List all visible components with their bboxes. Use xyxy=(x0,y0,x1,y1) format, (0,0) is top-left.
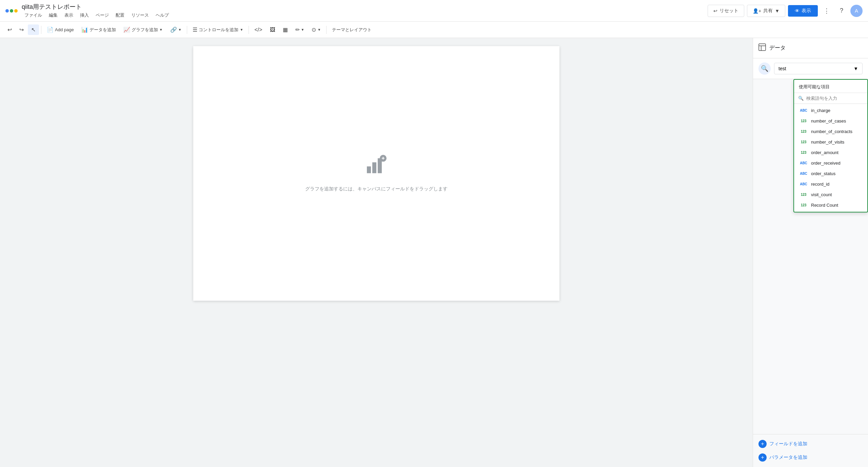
menu-resources[interactable]: リソース xyxy=(129,12,152,19)
menu-insert[interactable]: 挿入 xyxy=(77,12,92,19)
chart-instruction: グラフを追加するには、キャンバスにフィールドをドラッグします xyxy=(300,141,453,206)
field-item-order-amount[interactable]: 123 order_amount xyxy=(794,147,867,158)
svg-rect-0 xyxy=(367,166,371,173)
menu-edit[interactable]: 編集 xyxy=(46,12,60,19)
add-chart-button[interactable]: 📈 グラフを追加 ▼ xyxy=(120,24,166,35)
canvas-placeholder: グラフを追加するには、キャンバスにフィールドをドラッグします xyxy=(300,141,453,206)
add-field-button[interactable]: + フィールドを追加 xyxy=(758,438,863,449)
field-item-order-received[interactable]: ABC order_received xyxy=(794,158,867,168)
popup-search: 🔍 xyxy=(794,93,867,104)
share-button[interactable]: 👤+ 共有 ▼ xyxy=(747,5,785,17)
field-item-number-contracts[interactable]: 123 number_of_contracts xyxy=(794,126,867,137)
field-name-9: Record Count xyxy=(811,203,838,208)
main-content: グラフを追加するには、キャンバスにフィールドをドラッグします データ 🔍 xyxy=(0,38,868,467)
right-panel: データ 🔍 test ▼ 使用可能な項目 🔍 xyxy=(753,38,868,467)
panel-title: データ xyxy=(769,44,786,52)
select-tool-button[interactable]: ↖ xyxy=(28,24,39,35)
theme-label: テーマとレイアウト xyxy=(332,27,372,33)
field-type-abc-7: ABC xyxy=(799,182,808,186)
image-button[interactable]: 🖼 xyxy=(267,25,279,35)
reset-label: リセット xyxy=(719,8,738,14)
shape-icon: ✏ xyxy=(295,26,300,33)
more-shapes-icon: ⊙ xyxy=(312,26,316,33)
reset-button[interactable]: ↩ リセット xyxy=(708,5,744,17)
top-bar: qiita用テストレポート ファイル 編集 表示 挿入 ページ 配置 リソース … xyxy=(0,0,868,22)
add-link-dropdown-icon: ▼ xyxy=(178,28,182,32)
share-label: 共有 xyxy=(763,8,773,14)
menu-arrange[interactable]: 配置 xyxy=(113,12,127,19)
field-item-visit-count[interactable]: 123 visit_count xyxy=(794,189,867,200)
field-item-in-charge[interactable]: ABC in_charge xyxy=(794,105,867,116)
panel-header: データ xyxy=(753,38,868,58)
code-button[interactable]: </> xyxy=(251,25,265,35)
menu-bar: ファイル 編集 表示 挿入 ページ 配置 リソース ヘルプ xyxy=(22,12,172,19)
field-type-123-3: 123 xyxy=(799,140,808,144)
theme-layout-button[interactable]: テーマとレイアウト xyxy=(329,25,375,35)
field-type-abc-0: ABC xyxy=(799,109,808,112)
share-dropdown-icon: ▼ xyxy=(775,8,780,14)
field-name-5: order_received xyxy=(811,161,841,166)
field-list: ABC in_charge 123 number_of_cases 123 nu… xyxy=(794,104,867,212)
data-source-dropdown-icon: ▼ xyxy=(853,66,858,71)
field-name-2: number_of_contracts xyxy=(811,129,852,134)
field-item-record-count[interactable]: 123 Record Count xyxy=(794,200,867,210)
data-source-icon-button[interactable]: 🔍 xyxy=(758,62,771,75)
help-button[interactable]: ? xyxy=(835,5,848,17)
field-type-abc-5: ABC xyxy=(799,161,808,165)
add-control-icon: ☰ xyxy=(193,26,197,33)
field-item-order-status[interactable]: ABC order_status xyxy=(794,168,867,179)
data-source-select[interactable]: test ▼ xyxy=(774,63,863,74)
svg-rect-6 xyxy=(759,44,766,51)
top-bar-left: qiita用テストレポート ファイル 編集 表示 挿入 ページ 配置 リソース … xyxy=(5,3,172,19)
menu-file[interactable]: ファイル xyxy=(22,12,45,19)
menu-page[interactable]: ページ xyxy=(93,12,112,19)
more-button[interactable]: ⊙ ▼ xyxy=(308,24,324,35)
more-options-button[interactable]: ⋮ xyxy=(821,5,833,17)
menu-help[interactable]: ヘルプ xyxy=(153,12,172,19)
field-name-6: order_status xyxy=(811,171,835,176)
add-page-label: Add page xyxy=(55,27,74,32)
undo-button[interactable]: ↩ xyxy=(4,24,15,35)
field-item-record-id[interactable]: ABC record_id xyxy=(794,179,867,189)
chart-instruction-text: グラフを追加するには、キャンバスにフィールドをドラッグします xyxy=(305,185,448,192)
field-type-abc-6: ABC xyxy=(799,172,808,175)
canvas-area: グラフを追加するには、キャンバスにフィールドをドラッグします xyxy=(0,38,753,467)
table-button[interactable]: ▦ xyxy=(279,24,291,35)
data-source-name: test xyxy=(778,66,786,71)
toolbar-separator-1 xyxy=(41,26,41,34)
add-link-button[interactable]: 🔗 ▼ xyxy=(167,24,185,35)
field-name-7: record_id xyxy=(811,182,829,187)
view-label: 表示 xyxy=(802,8,811,14)
field-item-number-visits[interactable]: 123 number_of_visits xyxy=(794,137,867,147)
chart-add-icon xyxy=(366,154,387,180)
add-page-button[interactable]: 📄 Add page xyxy=(43,24,77,35)
field-type-123-1: 123 xyxy=(799,119,808,123)
field-type-123-8: 123 xyxy=(799,193,808,197)
code-icon: </> xyxy=(254,27,262,33)
image-icon: 🖼 xyxy=(270,27,275,33)
add-param-button[interactable]: + パラメータを追加 xyxy=(758,452,863,463)
toolbar-separator-2 xyxy=(187,26,187,34)
data-source-row: 🔍 test ▼ xyxy=(753,58,868,79)
fields-search-input[interactable] xyxy=(806,96,863,101)
fields-panel: 使用可能な項目 🔍 ABC in_charge 123 number_of_ca… xyxy=(753,79,868,434)
add-control-label: コントロールを追加 xyxy=(199,27,238,33)
field-item-number-cases[interactable]: 123 number_of_cases xyxy=(794,116,867,126)
add-control-button[interactable]: ☰ コントロールを追加 ▼ xyxy=(189,24,246,35)
svg-rect-1 xyxy=(372,162,376,173)
redo-button[interactable]: ↪ xyxy=(16,24,27,35)
more-options-icon: ⋮ xyxy=(824,7,830,15)
search-datasource-icon: 🔍 xyxy=(761,65,768,72)
field-name-4: order_amount xyxy=(811,150,839,155)
view-button[interactable]: 👁 表示 xyxy=(788,5,818,17)
undo-icon: ↩ xyxy=(7,26,12,33)
top-bar-right: ↩ リセット 👤+ 共有 ▼ 👁 表示 ⋮ ? A xyxy=(708,5,863,17)
shape-button[interactable]: ✏ ▼ xyxy=(292,24,308,35)
avatar[interactable]: A xyxy=(850,5,863,17)
menu-view[interactable]: 表示 xyxy=(62,12,76,19)
add-field-icon: + xyxy=(758,440,767,448)
add-data-button[interactable]: 📊 データを追加 xyxy=(78,24,119,35)
help-icon: ? xyxy=(840,7,843,14)
table-icon: ▦ xyxy=(283,26,288,33)
field-name-8: visit_count xyxy=(811,192,832,197)
